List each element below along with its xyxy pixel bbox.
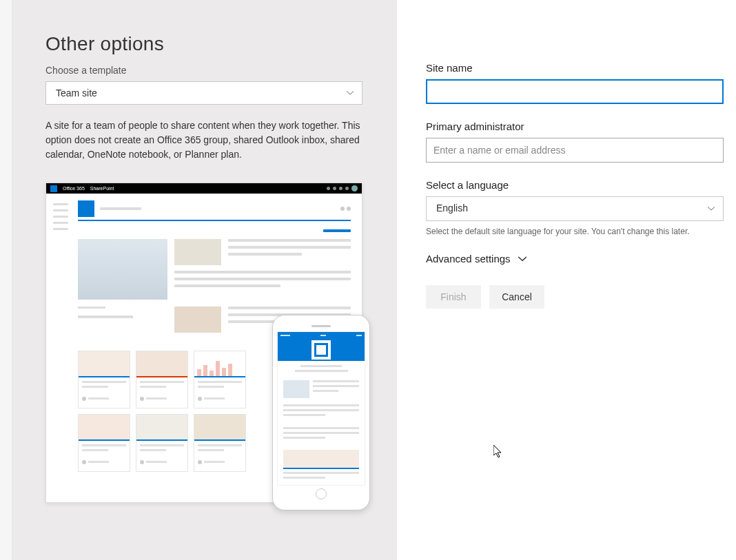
chevron-down-icon [518, 254, 527, 264]
preview-nav [46, 194, 75, 502]
primary-admin-input[interactable] [426, 138, 724, 163]
preview-card [136, 414, 188, 472]
site-logo-icon [78, 200, 94, 217]
template-preview: Office 365 SharePoint [45, 183, 362, 503]
home-button-icon [316, 488, 327, 499]
waffle-icon [50, 185, 57, 192]
advanced-settings-label: Advanced settings [426, 253, 511, 265]
primary-admin-label: Primary administrator [426, 121, 724, 132]
advanced-settings-toggle[interactable]: Advanced settings [426, 253, 527, 265]
left-gutter [0, 0, 12, 560]
preview-card [194, 351, 246, 408]
template-selected-value: Team site [45, 81, 362, 105]
template-label: Choose a template [45, 65, 364, 76]
template-select[interactable]: Team site [45, 81, 362, 105]
language-label: Select a language [426, 179, 724, 191]
preview-app: SharePoint [90, 186, 114, 191]
site-name-label: Site name [426, 62, 724, 74]
preview-card [136, 351, 188, 408]
preview-product: Office 365 [63, 186, 85, 191]
preview-card [194, 414, 246, 472]
preview-suitebar: Office 365 SharePoint [46, 183, 362, 194]
template-description: A site for a team of people to share con… [45, 118, 369, 162]
right-panel: Site name Primary administrator Select a… [397, 0, 736, 560]
page-title: Other options [45, 33, 364, 55]
language-help-text: Select the default site language for you… [426, 227, 724, 236]
avatar-icon [351, 185, 358, 191]
left-panel: Other options Choose a template Team sit… [12, 0, 397, 560]
preview-hero-image [78, 239, 167, 300]
language-selected-value: English [426, 196, 724, 221]
site-logo-icon [314, 343, 328, 357]
preview-card [78, 414, 130, 472]
preview-card [78, 351, 130, 408]
language-select[interactable]: English [426, 196, 724, 221]
cancel-button[interactable]: Cancel [489, 285, 544, 309]
site-name-input[interactable] [426, 79, 724, 104]
finish-button[interactable]: Finish [426, 285, 481, 309]
preview-phone [272, 315, 370, 510]
